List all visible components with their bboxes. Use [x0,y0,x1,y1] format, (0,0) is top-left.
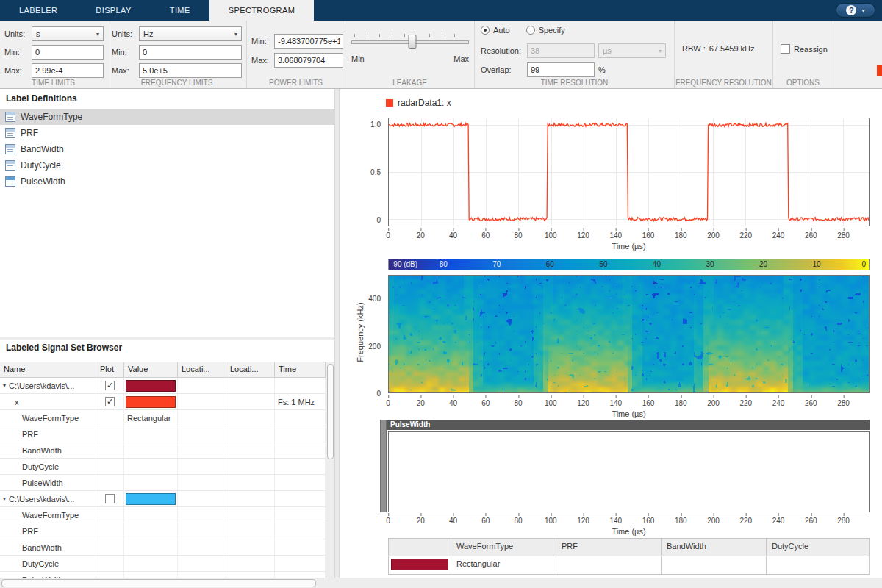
table-row[interactable]: PulseWidth [0,475,326,491]
browser-cell-time [275,426,326,442]
browser-cell-name: PRF [0,523,96,539]
browser-column-header[interactable]: Time [275,362,326,377]
pulsewidth-track-header[interactable]: PulseWidth [387,420,870,430]
x-tick-label: 240 [772,399,785,407]
scrollbar-thumb[interactable] [1,579,316,587]
leakage-max-label: Max [453,54,469,63]
label-definition-item[interactable]: DutyCycle [0,157,334,173]
table-row[interactable]: DutyCycle [0,556,326,572]
color-swatch [391,559,448,570]
browser-column-header[interactable]: Locati... [178,362,226,377]
time-units-dropdown[interactable]: s ▾ [32,26,104,41]
table-row[interactable]: PulseWidth [0,572,326,578]
x-tick-label: 0 [386,399,390,407]
table-row[interactable]: x✓Fs: 1 MHz [0,394,326,410]
table-row[interactable]: PRF [0,426,326,442]
freq-min-label: Min: [112,48,135,57]
table-row[interactable]: BandWidth [0,442,326,459]
browser-column-header[interactable]: Value [124,362,178,377]
signal-legend[interactable]: radarData1: x [386,96,451,110]
browser-cell-location1 [178,507,226,523]
browser-cell-location1 [178,556,226,571]
power-max-input[interactable] [274,53,343,68]
browser-cell-plot [96,523,124,539]
browser-cell-time: Fs: 1 MHz [275,394,326,409]
browser-cell-location2 [226,394,275,409]
horizontal-splitter[interactable] [0,337,334,340]
table-row[interactable]: Rectangular [389,556,869,574]
scrollbar-thumb[interactable] [327,364,334,459]
colorbar-tick-label: -70 [490,260,501,268]
resolution-unit-dropdown[interactable]: µs ▾ [598,43,666,58]
label-track-scrollbar[interactable] [380,420,387,512]
table-row[interactable]: BandWidth [0,539,326,556]
spectrogram-plot[interactable] [388,275,870,393]
table-row[interactable]: DutyCycle [0,459,326,475]
browser-column-header[interactable]: Locati... [226,362,275,377]
ribbon-section-frequency-resolution: RBW : 67.5459 kHz FREQUENCY RESOLUTION [675,21,773,88]
expand-arrow-icon[interactable]: ▾ [3,382,6,389]
label-definition-item[interactable]: BandWidth [0,141,334,157]
time-resolution-auto-radio[interactable]: Auto [481,26,510,35]
ribbon-section-time-limits: Units: s ▾ Min: Max: TIME LIMITS [0,21,107,88]
label-definitions-title: Label Definitions [6,93,77,104]
leakage-slider-thumb[interactable] [409,35,417,49]
label-definition-name: PulseWidth [21,176,65,187]
vertical-splitter[interactable] [334,89,340,578]
horizontal-scrollbar[interactable] [0,578,882,588]
x-tick-label: 280 [837,232,850,240]
x-tick-label: 20 [417,399,425,407]
browser-cell-time [275,459,326,474]
signal-name: DutyCycle [22,462,59,471]
help-button[interactable]: ? ▾ [836,3,875,18]
value-table-cell [767,556,870,574]
time-max-input[interactable] [32,63,104,78]
x-tick-label: 160 [642,399,655,407]
tab-labeler[interactable]: LABELER [0,0,76,21]
time-resolution-specify-radio[interactable]: Specify [526,26,565,35]
tab-time[interactable]: TIME [151,0,209,21]
label-definition-item[interactable]: WaveFormType [0,109,334,125]
leakage-slider[interactable] [351,34,469,50]
browser-column-header[interactable]: Name [0,362,96,377]
browser-cell-name: DutyCycle [0,556,96,571]
tab-display[interactable]: DISPLAY [76,0,150,21]
freq-units-dropdown[interactable]: Hz ▾ [139,26,242,41]
x-tick-label: 260 [805,517,817,525]
overlap-input[interactable] [527,62,595,77]
table-row[interactable]: WaveFormTypeRectangular [0,410,326,426]
table-row[interactable]: PRF [0,523,326,539]
table-row[interactable]: ▾C:\Users\kdavis\... [0,491,326,507]
power-min-input[interactable] [274,34,343,49]
browser-header: NamePlotValueLocati...Locati...Time [0,362,326,378]
tab-spectrogram[interactable]: SPECTROGRAM [209,0,315,21]
plot-checkbox[interactable]: ✓ [105,397,115,406]
signal-name: PulseWidth [22,478,63,487]
time-min-input[interactable] [32,45,104,60]
resolution-input[interactable] [527,43,595,58]
freq-min-input[interactable] [139,45,242,60]
x-tick-label: 60 [481,232,490,240]
time-units-value: s [36,29,93,38]
collapsed-panel-flag[interactable] [877,65,882,76]
browser-cell-location2 [226,523,275,539]
ribbon: Units: s ▾ Min: Max: TIME LIMITS Units: … [0,21,882,89]
label-definition-item[interactable]: PulseWidth [0,173,334,190]
waveform-plot[interactable] [388,118,870,226]
reassign-checkbox[interactable] [781,44,790,54]
section-label-frequency-resolution: FREQUENCY RESOLUTION [675,79,772,87]
pulsewidth-plot[interactable] [388,431,870,512]
plot-checkbox[interactable]: ✓ [105,381,115,390]
table-row[interactable]: ▾C:\Users\kdavis\...✓ [0,378,326,394]
label-definition-item[interactable]: PRF [0,125,334,141]
freq-max-input[interactable] [139,63,242,78]
browser-vertical-scrollbar[interactable] [326,362,334,578]
overlap-label: Overlap: [481,65,523,74]
freq-units-label: Units: [112,29,135,38]
expand-arrow-icon[interactable]: ▾ [3,495,6,502]
table-row[interactable]: WaveFormType [0,507,326,523]
section-label-power-limits: POWER LIMITS [247,79,345,87]
x-tick-label: 120 [577,399,589,407]
browser-column-header[interactable]: Plot [96,362,124,377]
plot-checkbox[interactable] [105,494,115,503]
